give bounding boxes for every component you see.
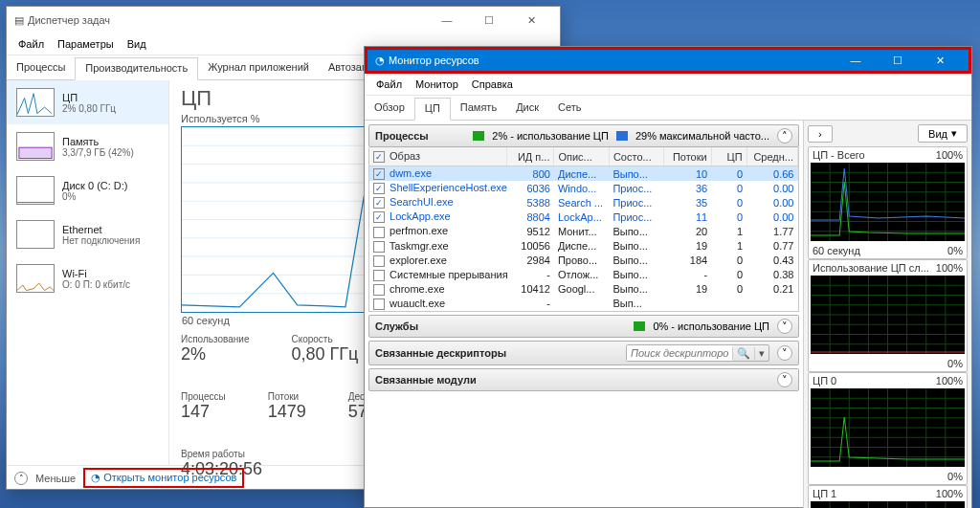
panel-stat: 29% максимальной часто... — [635, 130, 769, 142]
menu-help[interactable]: Справка — [466, 76, 519, 93]
chevron-down-icon[interactable]: ˅ — [777, 372, 792, 387]
chart-title: ЦП 1 — [813, 488, 836, 499]
row-checkbox[interactable] — [373, 197, 385, 209]
search-icon[interactable]: 🔍 — [732, 347, 754, 360]
cpu-heading: ЦП — [181, 86, 212, 111]
maximize-button[interactable]: ☐ — [877, 47, 919, 74]
modules-header[interactable]: Связанные модули ˅ — [368, 368, 799, 391]
table-row[interactable]: explorer.exe 2984Прово...Выпо... 18400.4… — [369, 254, 798, 268]
tab-cpu[interactable]: ЦП — [414, 98, 451, 121]
chevron-down-icon[interactable]: ˅ — [777, 345, 792, 361]
tab-network[interactable]: Сеть — [548, 98, 590, 120]
sidebar-disk[interactable]: Диск 0 (C: D:)0% — [7, 168, 168, 212]
mini-chart: ЦП 0100% 0% — [808, 372, 968, 485]
row-checkbox[interactable] — [373, 168, 385, 180]
charts-collapse-button[interactable]: › — [808, 125, 833, 143]
chevron-down-icon[interactable]: ˅ — [777, 319, 792, 334]
sidebar-memory[interactable]: Память3,3/7,9 ГБ (42%) — [7, 124, 168, 168]
sidebar-cpu[interactable]: ЦП2% 0,80 ГГц — [7, 80, 168, 124]
tab-disk[interactable]: Диск — [506, 98, 548, 120]
chevron-down-icon: ▾ — [951, 127, 957, 140]
table-row[interactable]: SearchUI.exe 5388Search ...Приос... 3500… — [369, 195, 798, 210]
col-avg[interactable]: Средн... — [746, 147, 797, 166]
minimize-button[interactable]: — — [835, 47, 877, 74]
table-row[interactable]: Системные прерывания -Отлож...Выпо... -0… — [369, 268, 798, 282]
col-cpu[interactable]: ЦП — [711, 147, 746, 166]
close-button[interactable]: ✕ — [919, 47, 961, 74]
table-row[interactable]: LockApp.exe 8804LockAp...Приос... 1100.0… — [369, 210, 798, 224]
sidebar-sub: 0% — [62, 191, 128, 202]
row-checkbox[interactable] — [373, 270, 385, 281]
tab-processes[interactable]: Процессы — [7, 57, 75, 79]
tm-titlebar[interactable]: ▤ Диспетчер задач — ☐ ✕ — [7, 7, 560, 33]
tab-overview[interactable]: Обзор — [365, 98, 414, 120]
menu-monitor[interactable]: Монитор — [410, 76, 464, 93]
mini-chart: ЦП 1100% 0% — [808, 485, 968, 508]
table-row[interactable]: perfmon.exe 9512Монит...Выпо... 2011.77 — [369, 224, 798, 238]
menu-file[interactable]: Файл — [370, 76, 408, 93]
menu-file[interactable]: Файл — [12, 35, 50, 53]
chart-footr: 0% — [947, 471, 963, 482]
panel-stat: 0% - использование ЦП — [653, 320, 769, 332]
stat-label: Потоки — [268, 391, 306, 402]
rm-titlebar[interactable]: ◔ Монитор ресурсов — ☐ ✕ — [365, 47, 971, 74]
row-checkbox[interactable] — [373, 211, 385, 223]
search-dropdown-icon[interactable]: ▾ — [754, 347, 768, 360]
sidebar-wifi[interactable]: Wi-FiО: 0 П: 0 кбит/с — [7, 256, 168, 300]
view-button[interactable]: Вид ▾ — [918, 124, 968, 143]
col-image[interactable]: Образ — [369, 147, 507, 166]
stat-label: Использование — [181, 334, 249, 344]
handles-header[interactable]: Связанные дескрипторы 🔍 ▾ ˅ — [368, 341, 799, 365]
tab-memory[interactable]: Память — [451, 98, 506, 120]
maximize-button[interactable]: ☐ — [468, 7, 510, 33]
stat-value: 147 — [181, 402, 226, 422]
handles-search-input[interactable] — [627, 345, 732, 361]
sidebar-ethernet[interactable]: EthernetНет подключения — [7, 212, 168, 256]
close-button[interactable]: ✕ — [510, 7, 552, 33]
col-pid[interactable]: ИД п... — [507, 147, 554, 166]
row-checkbox[interactable] — [373, 298, 385, 310]
chart-footr: 0% — [947, 358, 963, 369]
collapse-icon[interactable]: ˄ — [14, 472, 28, 485]
table-row[interactable]: Taskmgr.exe 10056Диспе...Выпо... 1910.77 — [369, 239, 798, 254]
col-desc[interactable]: Опис... — [554, 147, 609, 166]
cpu-usage-icon — [473, 131, 484, 141]
stat-value: 2% — [181, 344, 249, 364]
chart-max: 100% — [936, 375, 963, 387]
chart-title: ЦП 0 — [813, 375, 836, 387]
chart-footr: 0% — [947, 245, 963, 256]
row-checkbox[interactable] — [373, 255, 385, 267]
rm-title: Монитор ресурсов — [389, 55, 835, 66]
col-state[interactable]: Состо... — [609, 147, 663, 166]
panel-title: Связанные дескрипторы — [375, 347, 506, 359]
col-threads[interactable]: Потоки — [664, 147, 711, 166]
mini-chart: ЦП - Всего100% 60 секунд0% — [808, 146, 968, 259]
view-label: Вид — [928, 128, 947, 140]
menu-options[interactable]: Параметры — [52, 35, 120, 53]
sidebar-label: Ethernet — [62, 224, 140, 235]
tab-performance[interactable]: Производительность — [75, 57, 198, 80]
fewer-details[interactable]: Меньше — [35, 473, 76, 484]
tab-app-history[interactable]: Журнал приложений — [198, 57, 319, 79]
processes-header[interactable]: Процессы 2% - использование ЦП 29% макси… — [368, 124, 799, 147]
table-row[interactable]: wuauclt.exe -Вып... — [369, 297, 798, 311]
menu-view[interactable]: Вид — [122, 35, 152, 53]
table-row[interactable]: dwm.exe 800Диспе...Выпо... 1000.66 — [369, 166, 798, 182]
wifi-spark-icon — [16, 264, 55, 293]
row-checkbox[interactable] — [373, 183, 385, 194]
resmon-icon: ◔ — [91, 472, 100, 483]
open-resource-monitor-link[interactable]: ◔ Открыть монитор ресурсов — [83, 468, 244, 488]
stat-value: 1479 — [268, 402, 306, 422]
row-checkbox[interactable] — [373, 241, 385, 253]
services-header[interactable]: Службы 0% - использование ЦП ˅ — [368, 315, 799, 338]
rm-charts-pane: › Вид ▾ ЦП - Всего100% 60 секунд0%Исполь… — [803, 121, 971, 508]
sidebar-sub: 2% 0,80 ГГц — [62, 103, 116, 114]
select-all-checkbox[interactable] — [373, 151, 385, 163]
table-row[interactable]: ShellExperienceHost.exe 6036Windo...Прио… — [369, 181, 798, 195]
row-checkbox[interactable] — [373, 227, 385, 238]
row-checkbox[interactable] — [373, 284, 385, 296]
resmon-icon: ◔ — [375, 55, 385, 67]
chevron-up-icon[interactable]: ˄ — [777, 128, 792, 144]
table-row[interactable]: chrome.exe 10412Googl...Выпо... 1900.21 — [369, 282, 798, 297]
minimize-button[interactable]: — — [426, 7, 468, 33]
